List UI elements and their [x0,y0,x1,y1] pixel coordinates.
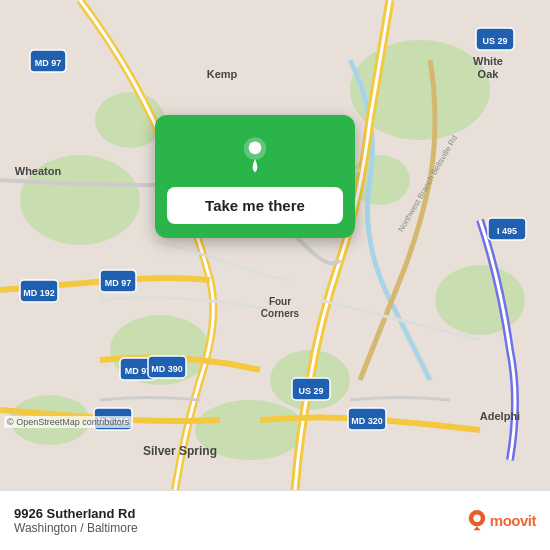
svg-text:MD 390: MD 390 [151,364,183,374]
svg-text:Wheaton: Wheaton [15,165,62,177]
location-pin-icon [233,131,277,175]
svg-text:Silver Spring: Silver Spring [143,444,217,458]
city-line: Washington / Baltimore [14,521,138,535]
moovit-logo: moovit [468,510,536,532]
svg-point-43 [473,514,480,521]
bottom-bar: 9926 Sutherland Rd Washington / Baltimor… [0,490,550,550]
address-line: 9926 Sutherland Rd [14,506,138,521]
svg-text:MD 97: MD 97 [105,278,132,288]
address-info: 9926 Sutherland Rd Washington / Baltimor… [14,506,138,535]
svg-text:Oak: Oak [478,68,500,80]
svg-text:MD 320: MD 320 [351,416,383,426]
take-me-there-button[interactable]: Take me there [167,187,343,224]
svg-point-5 [435,265,525,335]
svg-text:White: White [473,55,503,67]
svg-text:Corners: Corners [261,308,300,319]
moovit-pin-icon [468,510,486,532]
svg-text:Four: Four [269,296,291,307]
svg-text:MD 97: MD 97 [35,58,62,68]
svg-text:Adelphi: Adelphi [480,410,520,422]
moovit-brand-label: moovit [490,512,536,529]
map-container: MD 97 MD 97 MD 97 MD 192 US 29 US 29 I 4… [0,0,550,490]
svg-text:US 29: US 29 [482,36,507,46]
map-attribution: © OpenStreetMap contributors [4,416,132,428]
svg-point-41 [249,141,262,154]
svg-text:I 495: I 495 [497,226,517,236]
svg-text:Kemp: Kemp [207,68,238,80]
svg-marker-44 [473,526,480,530]
svg-text:US 29: US 29 [298,386,323,396]
svg-text:MD 192: MD 192 [23,288,55,298]
popup-card: Take me there [155,115,355,238]
